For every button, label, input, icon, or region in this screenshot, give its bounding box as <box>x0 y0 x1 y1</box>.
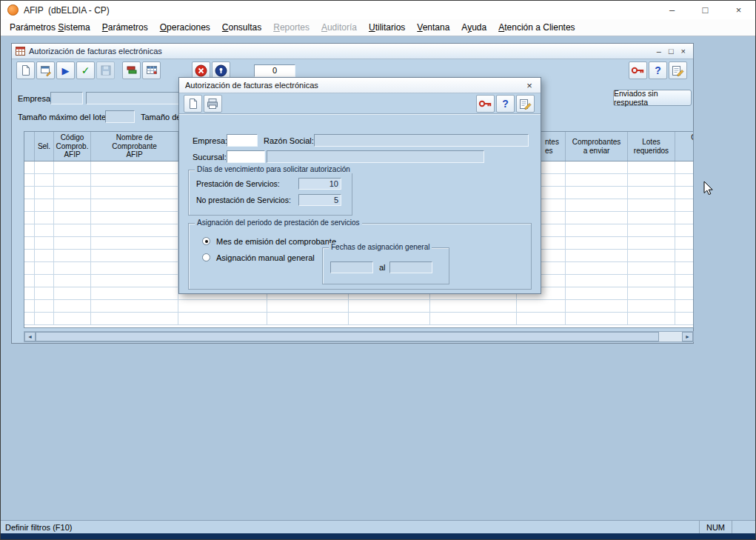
table-cell-comprobantes-a-enviar[interactable] <box>566 212 628 224</box>
dialog-help-button[interactable]: ? <box>496 95 515 113</box>
table-cell-lotes-requeridos[interactable] <box>628 212 675 224</box>
table-cell-codigo-comprob-afip[interactable] <box>54 224 91 236</box>
table-cell-row-selector[interactable] <box>24 237 35 249</box>
table-cell-nombre-comprobante-afip[interactable] <box>91 313 178 324</box>
table-cell-sel[interactable] <box>35 199 54 211</box>
dialog-empresa-field[interactable] <box>227 134 258 147</box>
minimize-button[interactable]: – <box>655 1 689 19</box>
table-cell-lotes-requeridos[interactable] <box>628 275 675 287</box>
table-cell-comprobantes-enviados-sin-respuesta[interactable] <box>675 313 694 324</box>
table-cell-comprobantes-enviados-sin-respuesta[interactable] <box>675 187 694 199</box>
table-cell-comprobantes-a-enviar[interactable] <box>566 275 628 287</box>
table-cell-row-selector[interactable] <box>24 161 35 173</box>
close-button[interactable]: × <box>722 1 755 19</box>
table-cell-lotes-requeridos[interactable] <box>628 300 675 312</box>
menu-item-atencion-a-clientes[interactable]: Atención a Clientes <box>492 20 581 35</box>
table-cell-codigo-comprob-afip[interactable] <box>54 262 91 274</box>
column-header-sel[interactable]: Sel. <box>35 132 54 161</box>
table-cell-comprobantes-enviados-sin-respuesta[interactable] <box>675 300 694 312</box>
prestacion-field[interactable]: 10 <box>298 178 341 190</box>
table-cell-sel[interactable] <box>35 262 54 274</box>
column-header-comprobantes-enviados-sin-respuesta[interactable]: Comproba enviado sin respu <box>675 132 694 161</box>
table-cell-comprobantes-a-enviar[interactable] <box>566 224 628 236</box>
table-cell-row-selector[interactable] <box>24 224 35 236</box>
child-titlebar[interactable]: Autorización de facturas electrónicas – … <box>12 44 693 59</box>
table-cell-comprobantes-a-enviar[interactable] <box>566 161 628 173</box>
scroll-left-button[interactable]: ◄ <box>24 332 36 341</box>
column-header-nombre-comprobante-afip[interactable]: Nombre de Comprobante AFIP <box>91 132 178 161</box>
table-cell-nombre-comprobante-afip[interactable] <box>91 161 178 173</box>
table-cell-comprobantes-a-enviar[interactable] <box>566 199 628 211</box>
new-button[interactable] <box>16 61 35 79</box>
lots-button[interactable] <box>122 61 141 79</box>
scrollbar-thumb[interactable] <box>36 332 659 341</box>
table-cell-col-oculta-3[interactable] <box>349 313 430 324</box>
table-cell-sel[interactable] <box>35 224 54 236</box>
table-cell-codigo-comprob-afip[interactable] <box>54 212 91 224</box>
table-cell-row-selector[interactable] <box>24 262 35 274</box>
table-cell-col-oculta-1[interactable] <box>178 300 267 312</box>
table-cell-codigo-comprob-afip[interactable] <box>54 300 91 312</box>
table-cell-lotes-requeridos[interactable] <box>628 262 675 274</box>
table-cell-sel[interactable] <box>35 250 54 261</box>
table-cell-col-oculta-3[interactable] <box>349 300 430 312</box>
column-header-comprobantes-a-enviar[interactable]: Comprobantes a enviar <box>566 132 628 161</box>
table-cell-codigo-comprob-afip[interactable] <box>54 250 91 261</box>
table-cell-nombre-comprobante-afip[interactable] <box>91 237 178 249</box>
menu-item-parametros-sistema[interactable]: Parámetros Sistema <box>4 20 96 35</box>
table-cell-sel[interactable] <box>35 161 54 173</box>
table-cell-nombre-comprobante-afip[interactable] <box>91 212 178 224</box>
table-cell-lotes-requeridos[interactable] <box>628 174 675 186</box>
radio-manual[interactable] <box>202 253 210 261</box>
table-cell-col-oculta-1[interactable] <box>178 313 267 324</box>
table-cell-codigo-comprob-afip[interactable] <box>54 199 91 211</box>
table-cell-comprobantes-enviados-sin-respuesta[interactable] <box>675 161 694 173</box>
table-cell-codigo-comprob-afip[interactable] <box>54 174 91 186</box>
table-cell-nombre-comprobante-afip[interactable] <box>91 250 178 261</box>
table-cell-comprobantes-a-enviar[interactable] <box>566 313 628 324</box>
child-minimize-button[interactable]: – <box>657 47 661 56</box>
menu-item-consultas[interactable]: Consultas <box>216 20 267 35</box>
table-cell-nombre-comprobante-afip[interactable] <box>91 300 178 312</box>
table-cell-sel[interactable] <box>35 300 54 312</box>
table-row[interactable] <box>24 313 694 325</box>
child-restore-button[interactable]: □ <box>669 47 674 56</box>
table-cell-lotes-requeridos[interactable] <box>628 313 675 324</box>
column-header-row-selector[interactable] <box>24 132 35 161</box>
table-cell-row-selector[interactable] <box>24 174 35 186</box>
table-cell-nombre-comprobante-afip[interactable] <box>91 262 178 274</box>
run-button[interactable]: ▶ <box>56 61 75 79</box>
dialog-titlebar[interactable]: Autorización de facturas electrónicas × <box>179 78 541 93</box>
scrollbar-track[interactable] <box>659 332 682 341</box>
table-cell-nombre-comprobante-afip[interactable] <box>91 275 178 287</box>
table-cell-comprobantes-enviados-sin-respuesta[interactable] <box>675 224 694 236</box>
sucursal-field[interactable] <box>227 150 265 163</box>
table-cell-sel[interactable] <box>35 275 54 287</box>
table-cell-row-selector[interactable] <box>24 313 35 324</box>
dialog-close-button[interactable]: × <box>518 78 541 93</box>
table-cell-col-oculta-4[interactable] <box>430 300 517 312</box>
table-cell-codigo-comprob-afip[interactable] <box>54 161 91 173</box>
menu-item-parametros[interactable]: Parámetros <box>96 20 154 35</box>
menu-item-utilitarios[interactable]: Utilitarios <box>363 20 411 35</box>
counter-field[interactable]: 0 <box>254 64 295 77</box>
table-cell-comprobantes-a-enviar[interactable] <box>566 237 628 249</box>
dialog-exit-button[interactable] <box>476 95 495 113</box>
column-header-lotes-requeridos[interactable]: Lotes requeridos <box>628 132 675 161</box>
table-cell-comprobantes-enviados-sin-respuesta[interactable] <box>675 275 694 287</box>
table-cell-sel[interactable] <box>35 287 54 299</box>
radio-mes-label[interactable]: Mes de emisión del comprobante <box>216 237 336 246</box>
grid-button[interactable] <box>142 61 161 79</box>
table-cell-comprobantes-a-enviar[interactable] <box>566 262 628 274</box>
table-cell-codigo-comprob-afip[interactable] <box>54 313 91 324</box>
table-cell-sel[interactable] <box>35 237 54 249</box>
table-cell-comprobantes-a-enviar[interactable] <box>566 187 628 199</box>
table-cell-sel[interactable] <box>35 187 54 199</box>
scroll-right-button[interactable]: ► <box>682 332 693 341</box>
table-cell-col-oculta-2[interactable] <box>267 300 349 312</box>
column-header-codigo-comprob-afip[interactable]: Código Comprob. AFIP <box>54 132 91 161</box>
table-cell-codigo-comprob-afip[interactable] <box>54 237 91 249</box>
table-cell-comprobantes-enviados-sin-respuesta[interactable] <box>675 262 694 274</box>
table-cell-comprobantes-enviados-sin-respuesta[interactable] <box>675 199 694 211</box>
table-cell-row-selector[interactable] <box>24 287 35 299</box>
